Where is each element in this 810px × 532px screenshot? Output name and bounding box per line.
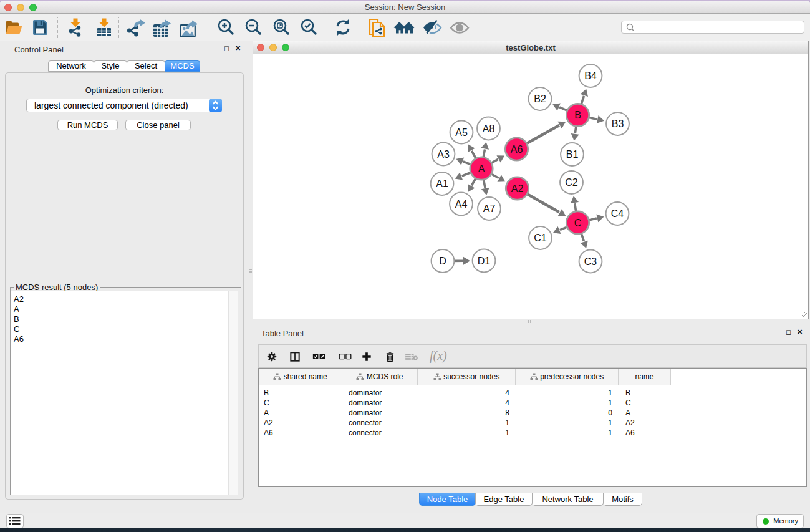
svg-text:C1: C1 xyxy=(534,233,547,243)
svg-text:D: D xyxy=(439,256,446,266)
svg-text:D1: D1 xyxy=(478,256,491,266)
svg-text:B2: B2 xyxy=(534,94,546,104)
svg-text:C3: C3 xyxy=(584,256,597,267)
svg-text:A7: A7 xyxy=(483,203,496,214)
svg-text:A5: A5 xyxy=(455,127,468,138)
svg-text:B4: B4 xyxy=(584,70,597,81)
svg-text:A: A xyxy=(478,163,485,174)
svg-text:A3: A3 xyxy=(437,149,450,160)
svg-text:B3: B3 xyxy=(612,118,624,129)
svg-text:A1: A1 xyxy=(436,178,448,189)
svg-text:C: C xyxy=(574,218,582,228)
svg-text:C4: C4 xyxy=(611,208,624,219)
svg-text:B1: B1 xyxy=(566,149,579,160)
svg-text:B: B xyxy=(574,110,581,120)
svg-text:A4: A4 xyxy=(455,199,468,210)
svg-text:A2: A2 xyxy=(511,183,524,194)
svg-text:C2: C2 xyxy=(565,177,578,188)
svg-text:A8: A8 xyxy=(483,123,495,134)
svg-text:A6: A6 xyxy=(511,144,523,155)
